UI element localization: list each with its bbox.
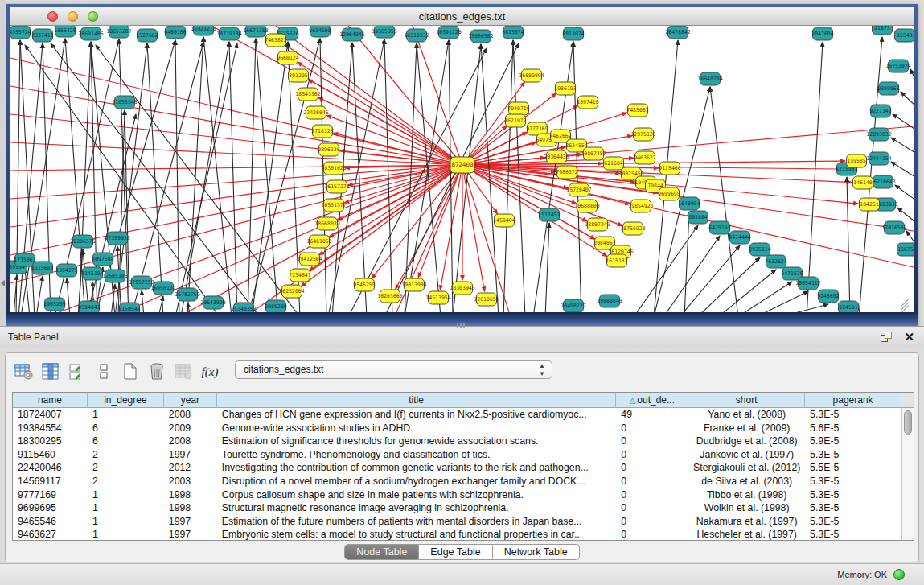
graph-node[interactable]: 15340353 bbox=[231, 303, 256, 312]
graph-node[interactable]: 10756928 bbox=[620, 222, 645, 235]
tab-node-table[interactable]: Node Table bbox=[344, 544, 419, 560]
citation-edge-black[interactable] bbox=[901, 92, 914, 109]
citation-edge-black[interactable] bbox=[891, 138, 914, 155]
table-cell[interactable]: 1 bbox=[88, 515, 164, 529]
table-cell[interactable]: Tibbo et al. (1998) bbox=[688, 488, 805, 502]
graph-node[interactable]: 7632621 bbox=[765, 255, 786, 268]
citation-edge-black[interactable] bbox=[67, 278, 70, 312]
table-cell[interactable]: 0 bbox=[616, 422, 688, 435]
graph-node[interactable]: 2047684 bbox=[811, 27, 833, 40]
citation-edge-black[interactable] bbox=[131, 42, 203, 312]
table-cell[interactable]: Disruption of a novel member of a sodium… bbox=[217, 475, 617, 488]
graph-node[interactable]: 1621072 bbox=[504, 114, 526, 127]
graph-node[interactable]: 20364436 bbox=[544, 150, 569, 163]
graph-node[interactable]: 893804 bbox=[688, 211, 708, 224]
citation-edge-red[interactable] bbox=[348, 165, 462, 185]
column-header-pagerank[interactable]: pagerank bbox=[805, 393, 901, 407]
graph-node[interactable]: 16157278 bbox=[324, 180, 349, 193]
graph-node[interactable]: 7234641 bbox=[289, 269, 310, 282]
graph-node[interactable]: 621604 bbox=[604, 157, 624, 170]
graph-node[interactable]: 16210643 bbox=[870, 175, 895, 188]
graph-node[interactable]: 12444154 bbox=[866, 152, 891, 165]
table-cell[interactable]: 2 bbox=[88, 448, 164, 462]
column-header-title[interactable]: title bbox=[217, 393, 617, 407]
graph-node[interactable]: 10653287 bbox=[106, 26, 131, 38]
table-cell[interactable]: 1997 bbox=[164, 515, 217, 529]
graph-node[interactable]: 18807249 bbox=[585, 218, 610, 231]
graph-node[interactable]: 1097410 bbox=[577, 96, 598, 109]
network-canvas[interactable]: 4355724233741110653282069140610653287152… bbox=[10, 26, 914, 312]
table-cell[interactable]: 1998 bbox=[164, 501, 217, 515]
graph-node[interactable]: 9660124 bbox=[277, 51, 298, 64]
citation-edge-black[interactable] bbox=[910, 69, 914, 87]
graph-node[interactable]: 4355724 bbox=[10, 26, 31, 39]
graph-node[interactable]: 22420046 bbox=[303, 106, 328, 119]
citation-edge-black[interactable] bbox=[895, 185, 914, 203]
table-cell[interactable]: Tourette syndrome. Phenomenology and cla… bbox=[217, 448, 617, 462]
table-cell[interactable]: 0 bbox=[616, 448, 688, 462]
citation-edge-black[interactable] bbox=[175, 43, 237, 312]
table-cell[interactable]: 22420046 bbox=[13, 461, 88, 475]
graph-node[interactable]: 15720407 bbox=[566, 183, 591, 196]
graph-node[interactable]: 1640954 bbox=[678, 197, 700, 210]
table-cell[interactable]: 6 bbox=[88, 435, 164, 448]
column-header-in_degree[interactable]: in_degree bbox=[88, 393, 164, 407]
graph-node[interactable]: 1115687 bbox=[31, 262, 53, 274]
graph-hub-node[interactable]: 18724007 bbox=[448, 157, 477, 173]
graph-node[interactable]: 891295 bbox=[289, 69, 309, 82]
graph-node[interactable]: 6479197 bbox=[708, 221, 730, 234]
table-cell[interactable]: 1 bbox=[88, 488, 164, 502]
graph-node[interactable]: 10807487 bbox=[581, 147, 606, 160]
table-cell[interactable]: Yano et al. (2008) bbox=[688, 408, 805, 422]
graph-node[interactable]: 12610651 bbox=[474, 293, 499, 306]
table-row[interactable]: 977716911998Corpus callosum shape and si… bbox=[13, 488, 901, 502]
table-row[interactable]: 911546021997Tourette syndrome. Phenomeno… bbox=[13, 448, 901, 462]
graph-node[interactable]: 21873 bbox=[873, 26, 893, 35]
table-cell[interactable]: Estimation of the future numbers of pati… bbox=[217, 515, 617, 529]
table-cell[interactable]: Wolkin et al. (1998) bbox=[688, 501, 805, 515]
graph-node[interactable]: 1527602 bbox=[136, 29, 158, 42]
table-cell[interactable]: 2003 bbox=[164, 475, 217, 488]
table-cell[interactable]: 19384554 bbox=[13, 422, 88, 435]
citation-edge-black[interactable] bbox=[352, 43, 367, 312]
graph-node[interactable]: 16958107 bbox=[150, 282, 175, 295]
column-header-short[interactable]: short bbox=[688, 393, 805, 407]
panel-divider-grip[interactable] bbox=[457, 323, 466, 328]
table-row[interactable]: 1456911722003Disruption of a novel membe… bbox=[13, 475, 901, 488]
table-cell[interactable]: 5.9E-5 bbox=[805, 435, 901, 448]
memory-status-indicator[interactable] bbox=[893, 569, 905, 580]
citation-edge-black[interactable] bbox=[175, 40, 179, 312]
table-scrollbar-thumb[interactable] bbox=[904, 410, 912, 435]
float-panel-icon[interactable] bbox=[881, 332, 893, 344]
citation-edge-black[interactable] bbox=[248, 39, 256, 312]
graph-node[interactable]: 9896130 bbox=[318, 143, 339, 156]
citation-edge-black[interactable] bbox=[780, 304, 828, 312]
graph-node[interactable]: 10688609 bbox=[574, 200, 599, 212]
citation-edge-red[interactable] bbox=[10, 142, 462, 165]
table-cell[interactable]: Genome-wide association studies in ADHD. bbox=[217, 422, 617, 435]
close-panel-icon[interactable]: ✕ bbox=[904, 331, 914, 344]
citation-edge-black[interactable] bbox=[36, 276, 43, 312]
graph-node[interactable]: 3097588 bbox=[92, 253, 113, 266]
graph-node[interactable]: 20206576 bbox=[70, 235, 95, 248]
graph-node[interactable]: 19565356 bbox=[372, 26, 396, 38]
graph-node[interactable]: 9245652 bbox=[817, 290, 839, 303]
graph-node[interactable]: 6466160 bbox=[164, 26, 186, 39]
table-cell[interactable]: 5.5E-5 bbox=[805, 461, 901, 475]
graph-node[interactable]: 16203660 bbox=[377, 290, 402, 303]
graph-node[interactable]: 18303943 bbox=[450, 282, 474, 295]
graph-node[interactable]: 12975125 bbox=[630, 128, 655, 141]
graph-node[interactable]: 10391220 bbox=[436, 26, 461, 39]
graph-node[interactable]: 15543 bbox=[895, 29, 914, 42]
citation-edge-black[interactable] bbox=[449, 40, 453, 312]
table-cell[interactable]: 14569117 bbox=[13, 475, 88, 488]
graph-node[interactable]: 1513457 bbox=[538, 208, 560, 221]
column-header-out_de[interactable]: △out_de... bbox=[616, 393, 688, 407]
table-cell[interactable]: 1 bbox=[88, 528, 164, 540]
citation-edge-black[interactable] bbox=[252, 42, 288, 312]
table-cell[interactable]: 5.3E-5 bbox=[805, 501, 901, 515]
citation-edge-black[interactable] bbox=[807, 42, 823, 312]
graph-node[interactable]: 15923218 bbox=[191, 26, 216, 35]
graph-node[interactable]: 16089094 bbox=[519, 69, 544, 82]
table-cell[interactable]: 1998 bbox=[164, 488, 217, 502]
